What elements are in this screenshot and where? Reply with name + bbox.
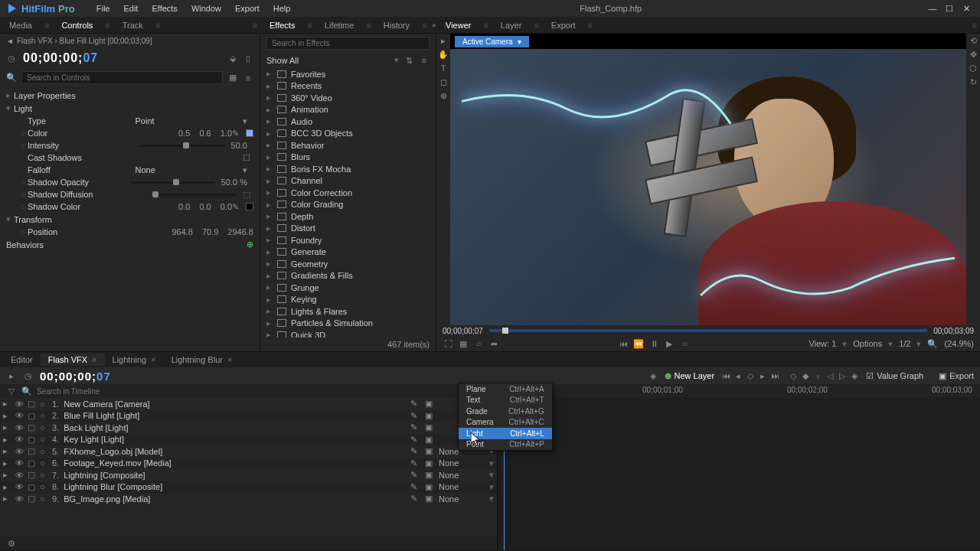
tab-handle-icon[interactable]: ≡: [363, 21, 374, 30]
effects-folder[interactable]: ▸Quick 3D: [260, 329, 436, 337]
zoom-icon[interactable]: 🔍: [927, 338, 938, 349]
effects-folder[interactable]: ▸Generate: [260, 246, 436, 259]
back-icon[interactable]: ◄: [6, 37, 14, 45]
menu-file[interactable]: File: [90, 2, 116, 15]
shadow-diffusion-slider[interactable]: [152, 194, 237, 196]
effects-folder[interactable]: ▸Keying: [260, 294, 436, 306]
keyframe-icon[interactable]: ⬙: [227, 53, 238, 64]
intensity-slider[interactable]: [141, 145, 225, 147]
last-kf-icon[interactable]: ⏭: [769, 370, 780, 381]
tab-controls[interactable]: Controls: [52, 18, 102, 32]
refresh-icon[interactable]: ↻: [968, 77, 978, 87]
edit-icon[interactable]: ✎: [408, 410, 419, 421]
group-light[interactable]: ▾Light: [0, 102, 260, 115]
falloff-dropdown[interactable]: None: [136, 165, 243, 174]
tl-tab-flash-vfx[interactable]: Flash VFX×: [41, 354, 105, 366]
mask-icon[interactable]: ▣: [423, 481, 434, 492]
cube-icon[interactable]: ▢: [28, 446, 35, 456]
mask-icon[interactable]: ▣: [423, 434, 434, 445]
effects-search-input[interactable]: [266, 37, 430, 50]
effects-folder[interactable]: ▸Gradients & Fills: [260, 270, 436, 282]
timeline-search-input[interactable]: [37, 387, 491, 396]
lock-icon[interactable]: ○: [40, 423, 47, 432]
track-tool-icon[interactable]: ⊕: [438, 90, 449, 101]
kf-smooth-icon[interactable]: ◈: [849, 370, 860, 381]
expand-icon[interactable]: ▸: [3, 482, 11, 492]
chevron-down-icon[interactable]: ▾: [489, 482, 494, 492]
timeline-layer[interactable]: ▸👁▢○5.FXhome_Logo.obj [Model]✎▣None▾: [0, 445, 497, 458]
panel-menu-icon[interactable]: ≡: [969, 21, 980, 30]
blend-mode-dropdown[interactable]: None: [439, 482, 485, 491]
keyframe-toggle-icon[interactable]: ○: [18, 227, 28, 236]
loop-icon[interactable]: ○: [679, 338, 690, 349]
export-frame-icon[interactable]: ➦: [488, 338, 499, 349]
expand-icon[interactable]: ▸: [3, 422, 11, 432]
play-icon[interactable]: ▶: [664, 338, 675, 349]
show-all-label[interactable]: Show All: [266, 56, 299, 65]
lock-icon[interactable]: ○: [40, 399, 47, 409]
viewer-resolution[interactable]: 1/2: [899, 339, 910, 348]
effects-folder[interactable]: ▸BCC 3D Objects: [260, 128, 436, 140]
group-layer-properties[interactable]: ▸Layer Properties: [0, 89, 260, 102]
tl-tab-lightning-blur[interactable]: Lightning Blur×: [164, 354, 240, 366]
chevron-down-icon[interactable]: ▾: [394, 55, 399, 66]
keyframe-toggle-icon[interactable]: ○: [18, 190, 28, 199]
effects-folder[interactable]: ▸Favorites: [260, 68, 436, 80]
kf-linear-icon[interactable]: ◇: [788, 370, 799, 381]
view-count[interactable]: View: 1: [808, 339, 836, 348]
cube-icon[interactable]: ▢: [28, 470, 35, 480]
add-behavior-icon[interactable]: ⊕: [247, 240, 253, 249]
context-menu-item[interactable]: GradeCtrl+Alt+G: [459, 406, 552, 417]
type-dropdown[interactable]: Point: [136, 116, 243, 126]
cube-icon[interactable]: ▢: [28, 422, 35, 432]
menu-window[interactable]: Window: [185, 2, 227, 15]
effects-folder[interactable]: ▸360° Video: [260, 92, 436, 104]
channel-icon[interactable]: ○: [473, 338, 484, 349]
kf-ease-out-icon[interactable]: ▷: [837, 370, 848, 381]
new-layer-button[interactable]: ⊕ New Layer: [665, 371, 715, 381]
menu-help[interactable]: Help: [267, 2, 297, 15]
go-start-icon[interactable]: ⏮: [618, 338, 629, 349]
export-button[interactable]: ▣Export: [939, 371, 974, 381]
filter-icon[interactable]: ▽: [6, 386, 17, 396]
prev-kf-icon[interactable]: ◂: [733, 370, 743, 381]
effects-folder[interactable]: ▸Channel: [260, 175, 436, 187]
effects-folder[interactable]: ▸Recents: [260, 80, 436, 93]
kf-hold-icon[interactable]: ⬨: [812, 370, 823, 381]
tab-history[interactable]: History: [374, 18, 419, 32]
timeline-layer[interactable]: ▸👁▢○4.Key Light [Light]✎▣▾: [0, 434, 497, 446]
visibility-icon[interactable]: 👁: [15, 471, 23, 480]
effects-folder[interactable]: ▸Foundry: [260, 234, 436, 246]
timeline-tracks[interactable]: 00;00;01;00 00;00;02;00 00;00;03;00: [498, 384, 980, 550]
tl-tab-editor[interactable]: Editor: [3, 354, 41, 366]
timeline-layer[interactable]: ▸👁▢○8.Lightning Blur [Composite]✎▣None▾: [0, 481, 497, 494]
edit-icon[interactable]: ✎: [408, 422, 419, 433]
cube-icon[interactable]: ▢: [28, 494, 35, 504]
visibility-icon[interactable]: 👁: [15, 447, 23, 456]
visibility-icon[interactable]: 👁: [15, 435, 23, 444]
color-values[interactable]: 0.50.61.0: [178, 129, 232, 138]
timeline-layer[interactable]: ▸👁▢○1.New Camera [Camera]✎▣▾: [0, 398, 497, 410]
eyedropper-icon[interactable]: ✎: [232, 129, 243, 139]
menu-export[interactable]: Export: [229, 2, 266, 15]
prev-frame-icon[interactable]: ⏪: [633, 338, 644, 349]
shadow-opacity-slider[interactable]: [131, 181, 215, 184]
close-icon[interactable]: ×: [227, 355, 232, 364]
panel-split-icon[interactable]: ▯: [243, 53, 253, 64]
color-swatch[interactable]: [246, 203, 253, 210]
timeline-layer[interactable]: ▸👁▢○3.Back Light [Light]✎▣▾: [0, 422, 497, 434]
effects-folder[interactable]: ▸Particles & Simulation: [260, 318, 436, 330]
kf-bezier-icon[interactable]: ◆: [800, 370, 811, 381]
lock-icon[interactable]: ○: [40, 471, 47, 480]
timeline-ruler[interactable]: 00;00;01;00 00;00;02;00 00;00;03;00: [498, 384, 980, 398]
tab-handle-icon[interactable]: ≡: [102, 21, 113, 30]
blend-mode-dropdown[interactable]: None: [439, 494, 485, 504]
mask-tool-icon[interactable]: ◻: [438, 77, 449, 87]
transport-slider[interactable]: [489, 329, 927, 332]
keyframe-toggle-icon[interactable]: ○: [18, 141, 28, 150]
keyframe-toggle-icon[interactable]: ○: [18, 202, 28, 211]
list-view-icon[interactable]: ▦: [227, 73, 238, 83]
menu-effects[interactable]: Effects: [145, 2, 183, 15]
effects-folder[interactable]: ▸Depth: [260, 210, 436, 223]
effects-folder[interactable]: ▸Behavior: [260, 139, 436, 152]
